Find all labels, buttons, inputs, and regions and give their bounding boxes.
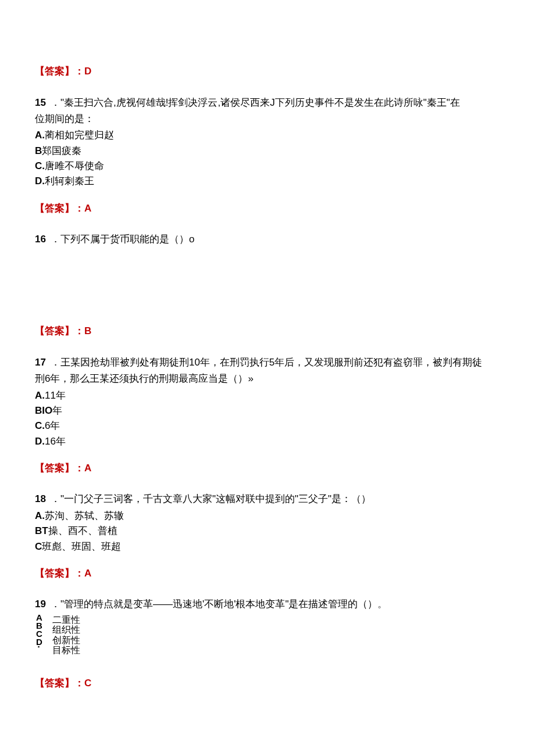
option-text: 班彪、班固、班超 xyxy=(42,541,121,552)
question-stem: 19．"管理的特点就是变革——迅速地'不断地'根本地变革"是在描述管理的（）。 xyxy=(35,597,500,612)
question-15: 15．"秦王扫六合,虎视何雄哉!挥剑决浮云,诸侯尽西来J下列历史事件不是发生在此… xyxy=(35,95,500,189)
question-dot: ． xyxy=(51,234,60,245)
question-dot: ． xyxy=(51,97,60,108)
answer-16: 【答案】：B xyxy=(35,324,500,339)
question-number: 17 xyxy=(35,357,46,368)
option-label: C xyxy=(35,541,42,552)
answer-value: A xyxy=(84,203,91,214)
answer-value: A xyxy=(84,463,91,474)
option-a: A.11年 xyxy=(35,388,500,403)
question-number: 19 xyxy=(35,599,46,610)
option-text: 操、酉不、普植 xyxy=(48,525,117,536)
option-label: D. xyxy=(35,436,45,447)
option-label: BT xyxy=(35,525,48,536)
option-label: D. xyxy=(35,175,45,187)
option-a: A.苏洵、苏轼、苏辙 xyxy=(35,508,500,524)
question-dot: ． xyxy=(51,357,60,368)
answer-15: 【答案】：A xyxy=(35,201,500,216)
option-label: C. xyxy=(35,160,45,171)
question-text-content: "管理的特点就是变革——迅速地'不断地'根本地变革"是在描述管理的（）。 xyxy=(60,599,388,610)
question-number: 16 xyxy=(35,234,46,245)
answer-17: 【答案】：A xyxy=(35,461,500,476)
option-label: C. xyxy=(35,420,45,431)
option-c: 创新性 xyxy=(52,635,500,646)
option-b: BT操、酉不、普植 xyxy=(35,524,500,539)
option-text: 唐雎不辱使命 xyxy=(45,160,104,171)
question-dot: ． xyxy=(51,493,60,504)
option-c: C.6年 xyxy=(35,418,500,433)
question-number: 18 xyxy=(35,493,46,504)
answer-label: 【答案】： xyxy=(35,568,84,579)
question-19: 19．"管理的特点就是变革——迅速地'不断地'根本地变革"是在描述管理的（）。 … xyxy=(35,597,500,655)
question-stem-line2: 位期间的是： xyxy=(35,112,500,127)
option-a: 二重性 xyxy=(52,615,500,625)
question-stem-line1: 17．王某因抢劫罪被判处有期徒刑10年，在刑罚执行5年后，又发现服刑前还犯有盗窃… xyxy=(35,355,500,370)
option-text: 11年 xyxy=(45,390,66,401)
question-text-content: 王某因抢劫罪被判处有期徒刑10年，在刑罚执行5年后，又发现服刑前还犯有盗窃罪，被… xyxy=(60,357,482,368)
answer-value: C xyxy=(84,678,91,689)
blank-spacer xyxy=(35,248,500,312)
option-b: BIO年 xyxy=(35,403,500,418)
option-d: D.16年 xyxy=(35,434,500,449)
answer-label: 【答案】： xyxy=(35,463,84,474)
answer-label: 【答案】： xyxy=(35,66,84,77)
option-d: D.利轲刺秦王 xyxy=(35,174,500,189)
option-b: 组织性 xyxy=(52,625,500,635)
option-a: A.蔺相如完璧归赵 xyxy=(35,128,500,143)
answer-label: 【答案】： xyxy=(35,203,84,214)
answer-value: A xyxy=(84,568,91,579)
option-text: 苏洵、苏轼、苏辙 xyxy=(45,510,124,521)
option-label: A. xyxy=(35,390,45,401)
question-16: 16．下列不属于货币职能的是（）o xyxy=(35,232,500,247)
question-text-content: "秦王扫六合,虎视何雄哉!挥剑决浮云,诸侯尽西来J下列历史事件不是发生在此诗所咏… xyxy=(60,97,460,108)
option-label: A. xyxy=(35,130,45,141)
question-17: 17．王某因抢劫罪被判处有期徒刑10年，在刑罚执行5年后，又发现服刑前还犯有盗窃… xyxy=(35,355,500,449)
option-c: C.唐雎不辱使命 xyxy=(35,159,500,174)
question-dot: ． xyxy=(51,599,60,610)
option-label: A. xyxy=(35,510,45,521)
option-b: B郑国疲秦 xyxy=(35,144,500,159)
option-text: 蔺相如完璧归赵 xyxy=(45,130,114,141)
option-label: B xyxy=(35,145,42,156)
option-label: BIO xyxy=(35,405,52,416)
question-stem: 18．"一门父子三词客，千古文章八大家"这幅对联中提到的"三父子"是：（） xyxy=(35,492,500,507)
question-stem-line2: 刑6年，那么王某还须执行的刑期最高应当是（）» xyxy=(35,371,500,386)
answer-label: 【答案】： xyxy=(35,325,84,336)
stacked-options: ABCD． 二重性 组织性 创新性 目标性 xyxy=(52,615,500,655)
question-18: 18．"一门父子三词客，千古文章八大家"这幅对联中提到的"三父子"是：（） A.… xyxy=(35,492,500,554)
option-c: C班彪、班固、班超 xyxy=(35,539,500,554)
question-text-content: 下列不属于货币职能的是（）o xyxy=(60,234,194,245)
option-text: 6年 xyxy=(45,420,60,431)
answer-value: D xyxy=(84,66,91,77)
answer-label: 【答案】： xyxy=(35,678,84,689)
option-text: 郑国疲秦 xyxy=(42,145,81,156)
question-number: 15 xyxy=(35,97,46,108)
option-text: 16年 xyxy=(45,436,66,447)
option-d: 目标性 xyxy=(52,645,500,655)
question-stem: 16．下列不属于货币职能的是（）o xyxy=(35,232,500,247)
option-text: 利轲刺秦王 xyxy=(45,175,94,187)
answer-18: 【答案】：A xyxy=(35,566,500,581)
answer-14: 【答案】：D xyxy=(35,64,500,79)
question-stem-line1: 15．"秦王扫六合,虎视何雄哉!挥剑决浮云,诸侯尽西来J下列历史事件不是发生在此… xyxy=(35,95,500,110)
answer-19: 【答案】：C xyxy=(35,676,500,691)
question-text-content: "一门父子三词客，千古文章八大家"这幅对联中提到的"三父子"是：（） xyxy=(60,493,371,504)
option-text: 年 xyxy=(52,405,62,416)
stacked-option-labels: ABCD． xyxy=(35,612,44,652)
answer-value: B xyxy=(84,325,91,336)
